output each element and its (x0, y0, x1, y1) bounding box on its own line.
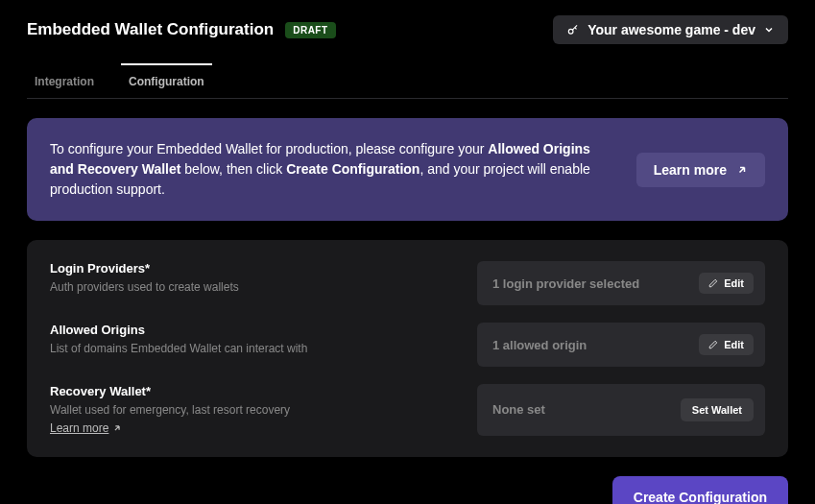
tab-configuration[interactable]: Configuration (121, 63, 212, 98)
page-header: Embedded Wallet Configuration DRAFT Your… (27, 15, 788, 44)
status-badge: DRAFT (285, 22, 335, 38)
recovery-wallet-value: None set (492, 402, 545, 417)
project-selector[interactable]: Your awesome game - dev (553, 15, 788, 44)
pencil-icon (708, 278, 718, 288)
config-row-login-providers: Login Providers* Auth providers used to … (50, 261, 765, 305)
tabs: Integration Configuration (27, 63, 788, 99)
recovery-wallet-label: Recovery Wallet* (50, 384, 454, 398)
login-providers-value-box: 1 login provider selected Edit (477, 261, 765, 305)
login-providers-desc: Auth providers used to create wallets (50, 279, 454, 296)
project-name: Your awesome game - dev (587, 22, 755, 37)
pencil-icon (708, 340, 718, 349)
chevron-down-icon (763, 24, 775, 36)
create-configuration-button[interactable]: Create Configuration (612, 476, 788, 504)
external-link-icon (736, 164, 748, 176)
allowed-origins-value: 1 allowed origin (492, 338, 587, 352)
info-banner: To configure your Embedded Wallet for pr… (27, 118, 788, 221)
config-row-recovery-wallet: Recovery Wallet* Wallet used for emergen… (50, 384, 765, 436)
login-providers-value: 1 login provider selected (492, 276, 639, 291)
config-panel: Login Providers* Auth providers used to … (27, 240, 788, 457)
allowed-origins-desc: List of domains Embedded Wallet can inte… (50, 341, 454, 357)
recovery-wallet-desc: Wallet used for emergency, last resort r… (50, 402, 454, 419)
set-wallet-button[interactable]: Set Wallet (681, 398, 754, 421)
allowed-origins-value-box: 1 allowed origin Edit (477, 323, 765, 367)
allowed-origins-label: Allowed Origins (50, 323, 454, 337)
header-left: Embedded Wallet Configuration DRAFT (27, 20, 336, 39)
edit-allowed-origins-button[interactable]: Edit (699, 334, 754, 355)
edit-login-providers-button[interactable]: Edit (699, 273, 754, 294)
footer: Create Configuration (27, 476, 788, 504)
recovery-wallet-learn-more-link[interactable]: Learn more (50, 421, 122, 435)
recovery-wallet-value-box: None set Set Wallet (477, 384, 765, 436)
key-icon (566, 23, 580, 36)
external-link-icon (112, 423, 122, 433)
login-providers-label: Login Providers* (50, 261, 454, 276)
learn-more-button[interactable]: Learn more (636, 153, 765, 187)
config-row-allowed-origins: Allowed Origins List of domains Embedded… (50, 323, 765, 367)
tab-integration[interactable]: Integration (27, 63, 102, 98)
banner-text: To configure your Embedded Wallet for pr… (50, 139, 613, 200)
page-title: Embedded Wallet Configuration (27, 20, 274, 39)
